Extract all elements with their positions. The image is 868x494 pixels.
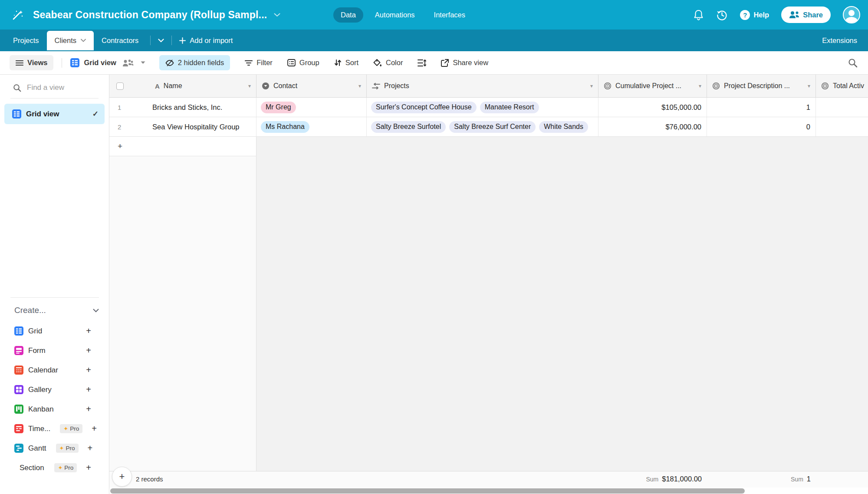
plus-icon[interactable]: + bbox=[86, 365, 91, 375]
column-header-projects[interactable]: Projects ▾ bbox=[367, 75, 598, 97]
share-view-button[interactable]: Share view bbox=[441, 59, 488, 67]
grid-empty-area-left bbox=[109, 156, 256, 471]
column-chevron-down-icon[interactable]: ▾ bbox=[248, 83, 251, 89]
table-tab-contractors[interactable]: Contractors bbox=[94, 30, 146, 51]
user-avatar[interactable] bbox=[843, 6, 860, 23]
horizontal-scrollbar[interactable] bbox=[110, 488, 745, 494]
plus-icon[interactable]: + bbox=[86, 385, 91, 395]
cell-contact[interactable]: Ms Rachana bbox=[256, 117, 367, 136]
table-tab-projects[interactable]: Projects bbox=[5, 30, 47, 51]
rollup-icon bbox=[604, 82, 612, 90]
cell-cumulative[interactable]: $105,000.00 bbox=[598, 98, 707, 117]
column-header-cumulative-project[interactable]: Cumulative Project ... ▾ bbox=[598, 75, 707, 97]
hamburger-menu-icon bbox=[16, 60, 23, 66]
create-section-item[interactable]: Section ✦ Pro + bbox=[0, 458, 109, 478]
plus-icon[interactable]: + bbox=[86, 463, 91, 473]
select-all-cell bbox=[109, 75, 148, 97]
column-chevron-down-icon[interactable]: ▾ bbox=[590, 83, 593, 89]
cell-description-count[interactable]: 0 bbox=[707, 117, 816, 136]
all-tables-chevron-down-icon[interactable] bbox=[155, 39, 168, 43]
column-header-name[interactable]: A Name ▾ bbox=[148, 75, 256, 97]
cell-name[interactable]: Sea View Hospitality Group bbox=[148, 117, 256, 136]
sort-button[interactable]: Sort bbox=[334, 59, 358, 67]
share-button[interactable]: Share bbox=[781, 7, 831, 23]
column-header-project-description[interactable]: Project Description ... ▾ bbox=[707, 75, 816, 97]
find-view-input[interactable] bbox=[27, 83, 92, 92]
current-view-button[interactable]: Grid view bbox=[70, 58, 145, 67]
create-form-item[interactable]: Form + bbox=[0, 341, 109, 360]
column-header-contact[interactable]: Contact ▾ bbox=[256, 75, 367, 97]
add-record-fab-button[interactable]: + bbox=[112, 467, 132, 487]
extensions-button[interactable]: Extensions bbox=[822, 30, 857, 51]
create-item-label: Section bbox=[20, 464, 44, 472]
linked-record-pill[interactable]: Manatee Resort bbox=[480, 102, 539, 113]
plus-icon[interactable]: + bbox=[86, 346, 91, 356]
cell-total-active[interactable] bbox=[816, 117, 868, 136]
nav-tab-automations[interactable]: Automations bbox=[368, 7, 422, 23]
top-bar: Seabear Construction Company (Rollup Sam… bbox=[0, 0, 868, 30]
table-row[interactable]: 2 Sea View Hospitality Group Ms Rachana … bbox=[109, 117, 868, 137]
cell-total-active[interactable] bbox=[816, 98, 868, 117]
column-chevron-down-icon[interactable]: ▾ bbox=[358, 83, 361, 89]
plus-icon[interactable]: + bbox=[86, 404, 91, 414]
base-title-group[interactable]: Seabear Construction Company (Rollup Sam… bbox=[0, 7, 280, 22]
create-gallery-item[interactable]: Gallery + bbox=[0, 380, 109, 399]
cell-name[interactable]: Bricks and Sticks, Inc. bbox=[148, 98, 256, 117]
plus-icon[interactable]: + bbox=[88, 443, 93, 453]
sparkle-icon: ✦ bbox=[59, 445, 64, 451]
table-tab-clients[interactable]: Clients bbox=[47, 31, 94, 50]
view-chevron-down-icon bbox=[141, 61, 145, 64]
history-icon[interactable] bbox=[716, 9, 728, 21]
airtable-app: Seabear Construction Company (Rollup Sam… bbox=[0, 0, 868, 494]
linked-record-pill[interactable]: White Sands bbox=[539, 121, 588, 133]
cell-projects[interactable]: Surfer's Concept Coffee House Manatee Re… bbox=[367, 98, 598, 117]
find-view-search[interactable] bbox=[0, 75, 109, 98]
add-or-import-button[interactable]: Add or import bbox=[176, 36, 236, 45]
add-row-button[interactable]: + bbox=[109, 137, 256, 156]
linked-record-pill[interactable]: Surfer's Concept Coffee House bbox=[371, 102, 477, 113]
base-title: Seabear Construction Company (Rollup Sam… bbox=[33, 9, 267, 21]
search-button[interactable] bbox=[848, 58, 858, 68]
cell-contact[interactable]: Mr Greg bbox=[256, 98, 367, 117]
create-timeline-item[interactable]: Time... ✦ Pro + bbox=[0, 419, 109, 438]
row-height-button[interactable] bbox=[418, 59, 426, 67]
sparkle-icon: ✦ bbox=[63, 425, 68, 432]
cell-cumulative[interactable]: $76,000.00 bbox=[598, 117, 707, 136]
plus-icon[interactable]: + bbox=[92, 424, 97, 434]
column-chevron-down-icon[interactable]: ▾ bbox=[699, 83, 701, 89]
cell-projects[interactable]: Salty Breeze Surfotel Salty Breeze Surf … bbox=[367, 117, 598, 136]
notifications-bell-icon[interactable] bbox=[693, 9, 704, 21]
sort-label: Sort bbox=[345, 59, 358, 67]
color-button[interactable]: Color bbox=[373, 59, 403, 67]
sidebar-view-grid-view[interactable]: Grid view ✓ bbox=[4, 104, 105, 124]
toolbar-separator bbox=[62, 58, 62, 68]
views-button[interactable]: Views bbox=[10, 55, 53, 70]
people-icon bbox=[789, 11, 799, 19]
table-row[interactable]: 1 Bricks and Sticks, Inc. Mr Greg Surfer… bbox=[109, 98, 868, 117]
nav-tab-data[interactable]: Data bbox=[333, 7, 363, 23]
plus-icon[interactable]: + bbox=[86, 326, 91, 336]
pro-label: Pro bbox=[64, 464, 73, 471]
select-pill[interactable]: Ms Rachana bbox=[261, 121, 309, 133]
create-grid-item[interactable]: Grid + bbox=[0, 321, 109, 341]
group-icon bbox=[287, 59, 296, 66]
cell-description-count[interactable]: 1 bbox=[707, 98, 816, 117]
create-calendar-item[interactable]: Calendar + bbox=[0, 360, 109, 380]
column-chevron-down-icon[interactable]: ▾ bbox=[808, 83, 810, 89]
column-header-total-active[interactable]: Total Activ bbox=[816, 75, 868, 97]
select-all-checkbox[interactable] bbox=[116, 82, 124, 90]
hidden-fields-button[interactable]: 2 hidden fields bbox=[159, 55, 230, 70]
group-button[interactable]: Group bbox=[287, 59, 319, 67]
nav-tab-interfaces[interactable]: Interfaces bbox=[427, 7, 473, 23]
base-title-chevron-down-icon[interactable] bbox=[274, 13, 280, 17]
grid-header-row: A Name ▾ Contact ▾ bbox=[109, 75, 868, 98]
linked-record-pill[interactable]: Salty Breeze Surfotel bbox=[371, 121, 446, 133]
linked-record-pill[interactable]: Salty Breeze Surf Center bbox=[449, 121, 536, 133]
help-button[interactable]: ? Help bbox=[740, 10, 769, 20]
create-kanban-item[interactable]: Kanban + bbox=[0, 399, 109, 419]
filter-button[interactable]: Filter bbox=[245, 59, 273, 67]
create-section-header[interactable]: Create... bbox=[0, 298, 109, 321]
select-pill[interactable]: Mr Greg bbox=[261, 102, 296, 113]
rollup-icon bbox=[712, 82, 720, 90]
create-gantt-item[interactable]: Gantt ✦ Pro + bbox=[0, 438, 109, 458]
